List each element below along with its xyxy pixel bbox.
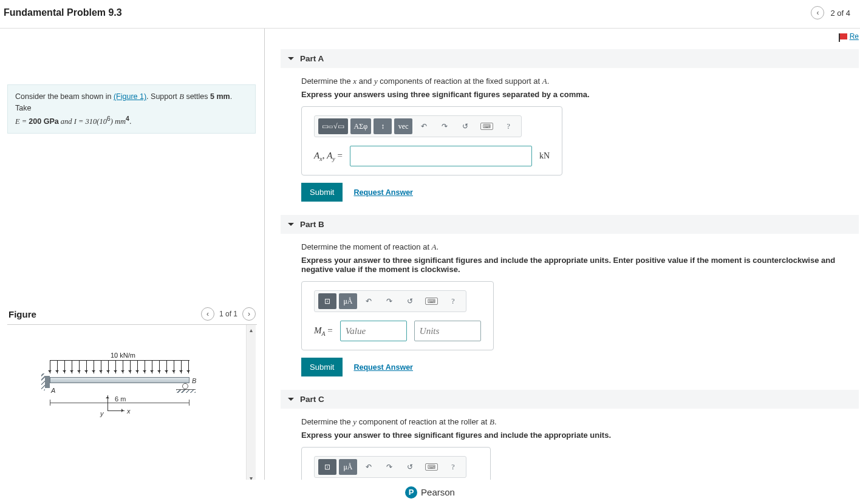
- fraction-button[interactable]: ⊡: [318, 293, 336, 309]
- reset-button[interactable]: ↺: [401, 459, 419, 475]
- pearson-brand: Pearson: [421, 487, 455, 490]
- beam: [50, 377, 189, 383]
- part-b-toolbar: ⊡ μÅ ↶ ↷ ↺ ⌨ ?: [314, 290, 466, 312]
- reset-button[interactable]: ↺: [456, 118, 474, 134]
- page-title: Fundamental Problem 9.3: [4, 7, 122, 18]
- part-a-submit-button[interactable]: Submit: [301, 183, 343, 202]
- redo-button[interactable]: ↷: [380, 459, 398, 475]
- left-column: Consider the beam shown in (Figure 1). S…: [0, 29, 265, 490]
- figure-title: Figure: [9, 309, 36, 319]
- keyboard-icon: ⌨: [480, 123, 493, 130]
- template-button[interactable]: ▭▭√▭: [318, 118, 348, 134]
- redo-button[interactable]: ↷: [435, 118, 454, 134]
- keyboard-button[interactable]: ⌨: [421, 293, 442, 309]
- help-button[interactable]: ?: [444, 459, 462, 475]
- pearson-logo-icon: P: [405, 486, 417, 491]
- problem-statement: Consider the beam shown in (Figure 1). S…: [7, 84, 256, 134]
- part-b-title: Part B: [300, 220, 324, 229]
- part-a-toolbar: ▭▭√▭ ΑΣφ ↕ vec ↶ ↷ ↺ ⌨ ?: [314, 115, 522, 137]
- part-a-title: Part A: [300, 54, 324, 63]
- flag-icon: [840, 33, 847, 39]
- part-a-answer-input[interactable]: [350, 146, 532, 166]
- undo-button[interactable]: ↶: [360, 459, 378, 475]
- fraction-button[interactable]: ⊡: [318, 459, 336, 475]
- part-b-request-answer-link[interactable]: Request Answer: [353, 363, 412, 372]
- collapse-icon[interactable]: [288, 57, 294, 63]
- undo-button[interactable]: ↶: [360, 293, 378, 309]
- problem-pager: 2 of 4: [830, 9, 850, 18]
- part-a-request-answer-link[interactable]: Request Answer: [353, 188, 412, 197]
- label-a: A: [51, 387, 55, 394]
- keyboard-button[interactable]: ⌨: [477, 118, 497, 134]
- reset-button[interactable]: ↺: [401, 293, 419, 309]
- part-a-question: Determine the x and y components of reac…: [301, 77, 859, 86]
- part-b-value-input[interactable]: [340, 321, 407, 341]
- label-b: B: [192, 377, 196, 384]
- load-label: 10 kN/m: [111, 352, 135, 359]
- part-c: Part C Determine the y component of reac…: [281, 390, 859, 490]
- fixed-support-a: [45, 376, 50, 388]
- vector-button[interactable]: vec: [394, 118, 412, 134]
- part-b-units-input[interactable]: [414, 321, 481, 341]
- right-column: Re Part A Determine the x and y componen…: [265, 29, 860, 490]
- beam-diagram: 10 kN/m A B 6 m: [50, 355, 208, 458]
- collapse-icon[interactable]: [288, 398, 294, 404]
- dimension-line: 6 m: [50, 398, 189, 407]
- part-c-question: Determine the y component of reaction at…: [301, 417, 859, 427]
- figure-prev-button[interactable]: ‹: [201, 307, 214, 321]
- figure-scrollbar[interactable]: ▴ ▾: [246, 325, 256, 483]
- top-bar: Fundamental Problem 9.3 ‹ 2 of 4: [0, 0, 860, 29]
- load-arrows: [50, 360, 189, 377]
- part-c-toolbar: ⊡ μÅ ↶ ↷ ↺ ⌨ ?: [314, 456, 466, 478]
- roller-support-b: [182, 383, 188, 389]
- help-button[interactable]: ?: [444, 293, 462, 309]
- part-b-instructions: Express your answer to three significant…: [301, 256, 859, 274]
- keyboard-button[interactable]: ⌨: [421, 459, 442, 475]
- part-b-lhs: MA =: [314, 325, 333, 337]
- units-button[interactable]: μÅ: [339, 293, 357, 309]
- part-a-unit: kN: [539, 151, 550, 161]
- help-button[interactable]: ?: [499, 118, 517, 134]
- part-c-instructions: Express your answer to three significant…: [301, 431, 859, 440]
- part-a-instructions: Express your answers using three signifi…: [301, 90, 859, 99]
- part-b-submit-button[interactable]: Submit: [301, 358, 343, 376]
- redo-button[interactable]: ↷: [380, 293, 398, 309]
- keyboard-icon: ⌨: [425, 463, 438, 471]
- figure-link[interactable]: (Figure 1): [114, 92, 146, 101]
- part-a-lhs: Ax, Ay =: [314, 151, 343, 162]
- figure-next-button[interactable]: ›: [242, 307, 256, 321]
- part-a: Part A Determine the x and y components …: [281, 49, 859, 202]
- part-c-title: Part C: [300, 395, 324, 404]
- part-b-answer-card: ⊡ μÅ ↶ ↷ ↺ ⌨ ? MA =: [301, 281, 494, 350]
- figure-header: Figure ‹ 1 of 1 ›: [7, 304, 257, 325]
- figure-body: ▴ ▾ 10 kN/m A B: [7, 325, 257, 483]
- scroll-up-icon[interactable]: ▴: [247, 325, 256, 335]
- collapse-icon[interactable]: [288, 223, 294, 229]
- subscript-button[interactable]: ↕: [374, 118, 392, 134]
- part-a-answer-card: ▭▭√▭ ΑΣφ ↕ vec ↶ ↷ ↺ ⌨ ? Ax, Ay = kN: [301, 106, 562, 175]
- review-link[interactable]: Re: [840, 32, 859, 41]
- part-b-question: Determine the moment of reaction at A.: [301, 242, 859, 252]
- units-button[interactable]: μÅ: [339, 459, 357, 475]
- figure-pager: 1 of 1: [219, 310, 237, 318]
- footer: P Pearson: [0, 480, 860, 490]
- prev-problem-button[interactable]: ‹: [811, 6, 824, 19]
- undo-button[interactable]: ↶: [415, 118, 433, 134]
- part-b: Part B Determine the moment of reaction …: [281, 215, 859, 376]
- keyboard-icon: ⌨: [425, 298, 438, 305]
- greek-button[interactable]: ΑΣφ: [350, 118, 372, 134]
